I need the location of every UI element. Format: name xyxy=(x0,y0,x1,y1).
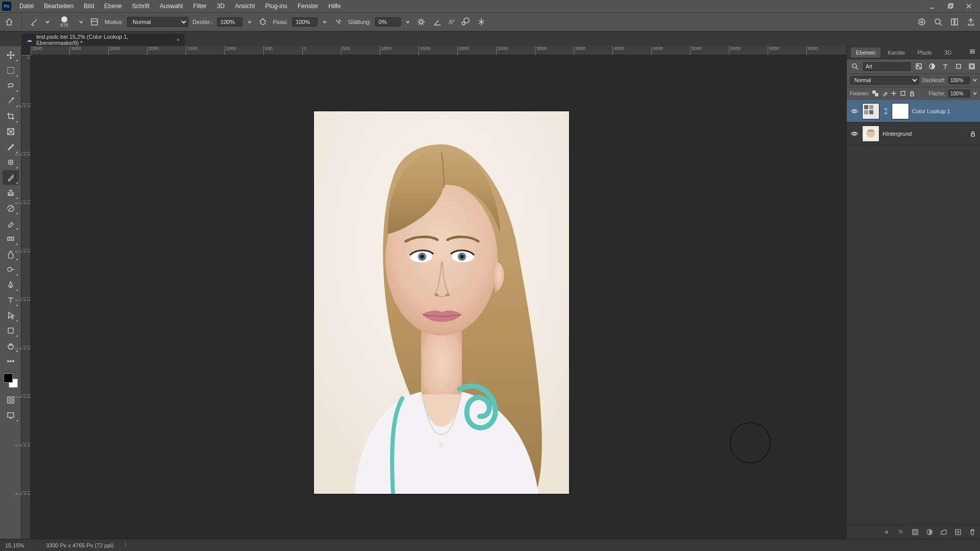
tab-close-icon[interactable]: × xyxy=(177,37,180,43)
layer-mask-icon[interactable] xyxy=(911,528,920,537)
pressure-size-icon[interactable] xyxy=(459,16,471,28)
wand-tool[interactable] xyxy=(3,94,19,108)
opacity-input[interactable] xyxy=(217,17,242,27)
foreground-color[interactable] xyxy=(4,373,13,383)
filter-smart-icon[interactable] xyxy=(967,61,977,71)
layer-visibility-icon[interactable] xyxy=(850,107,859,115)
close-button[interactable] xyxy=(960,0,978,12)
menu-file[interactable]: Datei xyxy=(14,0,39,12)
lasso-tool[interactable] xyxy=(3,79,19,93)
filter-type-icon[interactable] xyxy=(940,61,950,71)
filter-image-icon[interactable] xyxy=(914,61,924,71)
document-viewport[interactable] xyxy=(31,55,846,539)
frame-tool[interactable] xyxy=(3,124,19,139)
menu-filter[interactable]: Filter xyxy=(188,0,212,12)
lock-all-icon[interactable] xyxy=(909,90,915,97)
delete-layer-icon[interactable] xyxy=(968,528,977,537)
tab-layers[interactable]: Ebenen xyxy=(851,47,880,58)
menu-view[interactable]: Ansicht xyxy=(230,0,260,12)
brush-tool[interactable] xyxy=(3,170,19,185)
smoothing-gear-icon[interactable] xyxy=(415,16,427,28)
doc-info-dropdown[interactable]: 〉 xyxy=(124,541,130,549)
menu-plugins[interactable]: Plug-ins xyxy=(260,0,292,12)
move-tool[interactable] xyxy=(3,48,19,62)
document-tab[interactable]: ☁ test.psdc bei 15,2% (Color Lookup 1, E… xyxy=(21,34,185,46)
layer-lock-icon[interactable] xyxy=(969,131,977,137)
symmetry-icon[interactable] xyxy=(475,16,487,28)
menu-3d[interactable]: 3D xyxy=(212,0,230,12)
arrange-icon[interactable] xyxy=(948,16,961,28)
adjustment-layer-icon[interactable] xyxy=(925,528,934,537)
group-layers-icon[interactable] xyxy=(939,528,948,537)
filter-adjust-icon[interactable] xyxy=(927,61,937,71)
menu-help[interactable]: Hilfe xyxy=(324,0,346,12)
menu-type[interactable]: Schrift xyxy=(127,0,155,12)
menu-layer[interactable]: Ebene xyxy=(99,0,127,12)
brush-preview[interactable]: 678 xyxy=(55,16,74,28)
crop-tool[interactable] xyxy=(3,109,19,123)
link-layers-icon[interactable] xyxy=(882,528,891,537)
fill-dropdown-icon[interactable] xyxy=(973,91,977,96)
smoothing-input[interactable] xyxy=(375,17,401,27)
layer-fill-input[interactable] xyxy=(948,90,970,97)
eyedropper-tool[interactable] xyxy=(3,140,19,154)
panel-menu-icon[interactable] xyxy=(969,48,976,57)
new-layer-icon[interactable] xyxy=(953,528,963,537)
menu-window[interactable]: Fenster xyxy=(292,0,324,12)
lock-artboard-icon[interactable] xyxy=(900,90,906,97)
cloud-docs-icon[interactable] xyxy=(916,16,928,28)
opacity-dropdown[interactable] xyxy=(247,19,253,24)
shape-tool[interactable] xyxy=(3,323,19,338)
search-icon[interactable] xyxy=(932,16,944,28)
layer-filter-input[interactable] xyxy=(863,62,911,71)
layer-fx-icon[interactable]: fx xyxy=(896,528,905,537)
blend-mode-select[interactable]: Normal xyxy=(127,17,188,27)
layer-thumbnail[interactable] xyxy=(862,103,879,119)
share-icon[interactable] xyxy=(965,16,977,28)
menu-edit[interactable]: Bearbeiten xyxy=(39,0,79,12)
flow-dropdown[interactable] xyxy=(322,19,328,24)
marquee-tool[interactable] xyxy=(3,63,19,78)
layer-row[interactable]: Color Lookup 1 xyxy=(847,100,980,122)
layer-blendmode-select[interactable]: Normal xyxy=(850,76,919,85)
brush-panel-toggle[interactable] xyxy=(88,16,101,28)
smoothing-dropdown[interactable] xyxy=(405,19,411,24)
airbrush-icon[interactable] xyxy=(332,16,344,28)
pen-tool[interactable] xyxy=(3,278,19,292)
home-icon[interactable] xyxy=(3,16,15,28)
gradient-tool[interactable] xyxy=(3,232,19,246)
pressure-opacity-icon[interactable] xyxy=(257,16,269,28)
document-canvas[interactable] xyxy=(314,111,569,494)
flow-input[interactable] xyxy=(292,17,317,27)
brush-preset-dropdown[interactable] xyxy=(78,19,84,24)
menu-select[interactable]: Auswahl xyxy=(155,0,188,12)
layer-opacity-input[interactable] xyxy=(948,77,970,84)
tool-preset-dropdown[interactable] xyxy=(44,19,51,24)
layer-filter-search-icon[interactable] xyxy=(850,61,860,71)
stamp-tool[interactable] xyxy=(3,186,19,200)
layer-visibility-icon[interactable] xyxy=(850,130,859,138)
vertical-ruler[interactable]: 050010001500200025003000350040004500 xyxy=(21,55,31,539)
tab-channels[interactable]: Kanäle xyxy=(883,47,910,58)
tab-paths[interactable]: Pfade xyxy=(912,47,937,58)
zoom-level[interactable]: 15.15% xyxy=(5,542,36,548)
layer-thumbnail[interactable] xyxy=(862,126,879,142)
layer-row[interactable]: Hintergrund xyxy=(847,122,980,145)
color-swatches[interactable] xyxy=(4,373,18,388)
layer-name[interactable]: Hintergrund xyxy=(883,131,966,137)
brush-tool-icon[interactable] xyxy=(28,16,40,28)
menu-image[interactable]: Bild xyxy=(79,0,99,12)
angle-icon[interactable] xyxy=(431,16,444,28)
horizontal-ruler[interactable]: 3500300025002000150010005000500100015002… xyxy=(31,46,846,55)
layer-mask-link-icon[interactable] xyxy=(883,108,889,115)
lock-transparent-icon[interactable] xyxy=(872,90,878,97)
tab-3d[interactable]: 3D xyxy=(939,47,957,58)
lock-position-icon[interactable] xyxy=(891,90,897,97)
document-info[interactable]: 3300 Px x 4765 Px (72 ppi) xyxy=(46,542,114,548)
lock-pixels-icon[interactable] xyxy=(881,90,888,97)
layer-mask-thumbnail[interactable] xyxy=(892,103,909,119)
minimize-button[interactable] xyxy=(923,0,941,12)
opacity-dropdown-icon[interactable] xyxy=(973,78,977,83)
layer-name[interactable]: Color Lookup 1 xyxy=(912,108,977,114)
maximize-button[interactable] xyxy=(941,0,960,12)
